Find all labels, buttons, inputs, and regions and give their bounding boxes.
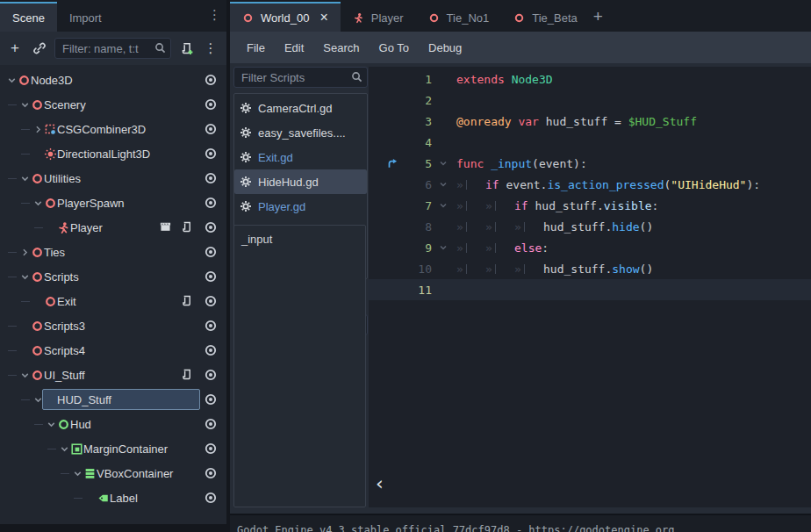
tree-row-ui_stuff[interactable]: UI_Stuff <box>0 363 226 387</box>
script-icon[interactable] <box>180 368 193 381</box>
tab-indicator: » <box>456 241 485 255</box>
tree-guide <box>21 129 30 130</box>
eye-icon[interactable] <box>204 147 218 161</box>
scene-instance-icon[interactable] <box>159 220 172 234</box>
script-item-player-gd[interactable]: Player.gd <box>234 194 367 219</box>
tab-indicator: » <box>456 178 485 191</box>
menu-file[interactable]: File <box>237 32 275 63</box>
chevron-right-icon[interactable] <box>32 124 44 135</box>
output-panel: Godot Engine v4.3.stable.official.77dcf9… <box>230 514 811 532</box>
fold-chevron-icon[interactable] <box>432 200 456 211</box>
script-tab-label: Player <box>371 11 404 25</box>
eye-icon[interactable] <box>204 270 218 284</box>
tree-guide <box>74 498 83 499</box>
script-item-hidehud-gd[interactable]: HideHud.gd <box>234 169 367 194</box>
eye-icon[interactable] <box>204 196 218 210</box>
script-tab-player[interactable]: Player <box>341 2 416 32</box>
tree-row-hud_stuff[interactable]: HUD_Stuff <box>0 387 226 412</box>
script-tab-tie_beta[interactable]: Tie_Beta <box>501 2 590 32</box>
tree-guide <box>21 203 30 204</box>
script-tab-world_00[interactable]: World_00× <box>230 2 341 32</box>
eye-icon[interactable] <box>204 392 218 406</box>
tree-row-ties[interactable]: Ties <box>0 240 226 264</box>
filter-scripts-input[interactable] <box>233 67 368 88</box>
tree-row-player[interactable]: Player <box>0 215 226 240</box>
chevron-down-icon[interactable] <box>5 75 18 86</box>
chevron-down-icon[interactable] <box>18 173 31 184</box>
eye-icon[interactable] <box>204 343 218 357</box>
eye-icon[interactable] <box>204 466 218 480</box>
add-node-button[interactable]: + <box>5 39 25 58</box>
code-editor[interactable]: 1extends Node3D23@onready var hud_stuff … <box>369 67 811 507</box>
fold-chevron-icon[interactable] <box>432 158 456 169</box>
tree-row-scripts3[interactable]: Scripts3 <box>0 313 226 338</box>
code-line-10: 10»»»hud_stuff.show() <box>369 258 811 279</box>
tree-row-directionallight3d[interactable]: DirectionalLight3D <box>0 141 226 166</box>
tree-row-csgcombiner3d[interactable]: CSGCombiner3D <box>0 117 226 141</box>
script-item-cameractrl-gd[interactable]: CameraCtrl.gd <box>234 96 367 120</box>
script-icon[interactable] <box>180 220 193 234</box>
code-token: var <box>518 115 538 128</box>
tree-row-exit[interactable]: Exit <box>0 289 226 313</box>
character-icon <box>353 12 364 24</box>
vbox-container-icon <box>83 467 97 480</box>
chevron-down-icon[interactable] <box>32 198 44 209</box>
tree-row-hud[interactable]: Hud <box>0 412 226 436</box>
eye-icon[interactable] <box>204 122 218 136</box>
eye-icon[interactable] <box>204 368 218 382</box>
eye-icon[interactable] <box>204 245 218 259</box>
tree-row-playerspawn[interactable]: PlayerSpawn <box>0 191 226 215</box>
chevron-down-icon[interactable] <box>71 468 83 479</box>
methods-list: _input <box>233 225 366 507</box>
menu-edit[interactable]: Edit <box>275 32 313 63</box>
menu-search[interactable]: Search <box>313 32 369 63</box>
eye-icon[interactable] <box>204 294 218 308</box>
tree-row-margincontainer[interactable]: MarginContainer <box>0 436 226 461</box>
tree-row-utilities[interactable]: Utilities <box>0 166 226 191</box>
chevron-down-icon[interactable] <box>45 419 57 430</box>
tree-row-label[interactable]: Label <box>0 485 226 510</box>
collapse-scripts-panel-button[interactable]: ‹ <box>370 472 389 495</box>
chevron-down-icon[interactable] <box>18 370 31 381</box>
code-token: show <box>612 262 639 276</box>
eye-icon[interactable] <box>204 417 218 431</box>
chevron-down-icon[interactable] <box>18 271 31 283</box>
menu-go-to[interactable]: Go To <box>370 32 419 63</box>
attach-script-button[interactable] <box>176 39 196 58</box>
eye-icon[interactable] <box>204 491 218 505</box>
script-item-easy-savefiles-[interactable]: easy_savefiles.... <box>234 120 367 145</box>
instance-scene-button[interactable] <box>30 39 49 58</box>
tree-row-vboxcontainer[interactable]: VBoxContainer <box>0 461 226 485</box>
tree-row-scripts[interactable]: Scripts <box>0 264 226 289</box>
chevron-down-icon[interactable] <box>18 99 31 111</box>
eye-icon[interactable] <box>204 319 218 333</box>
eye-icon[interactable] <box>204 442 218 456</box>
method-item-_input[interactable]: _input <box>241 233 358 246</box>
tree-row-scripts4[interactable]: Scripts4 <box>0 338 226 363</box>
dock-options-button[interactable]: ⋮ <box>208 7 221 23</box>
tree-guide <box>8 178 17 179</box>
close-tab-button[interactable]: × <box>319 11 327 25</box>
eye-icon[interactable] <box>204 171 218 185</box>
eye-icon[interactable] <box>204 97 218 111</box>
menu-debug[interactable]: Debug <box>419 32 471 63</box>
line-number: 9 <box>398 241 432 255</box>
script-item-exit-gd[interactable]: Exit.gd <box>234 145 367 169</box>
code-gutter: 7 <box>369 195 456 216</box>
dock-tab-scene[interactable]: Scene <box>0 2 57 32</box>
new-script-tab-button[interactable]: + <box>590 7 612 32</box>
scene-menu-button[interactable]: ⋮ <box>201 39 220 58</box>
tree-row-scenery[interactable]: Scenery <box>0 92 226 117</box>
script-icon[interactable] <box>180 294 193 307</box>
dock-tab-import[interactable]: Import <box>57 2 114 32</box>
code-token <box>484 157 491 170</box>
tree-node-label: Hud <box>70 418 91 431</box>
fold-chevron-icon[interactable] <box>432 242 456 253</box>
script-tab-tie_no1[interactable]: Tie_No1 <box>416 2 502 32</box>
eye-icon[interactable] <box>204 220 218 234</box>
tree-row-node3d[interactable]: Node3D <box>0 68 226 92</box>
fold-chevron-icon[interactable] <box>432 179 456 190</box>
eye-icon[interactable] <box>204 73 218 87</box>
chevron-down-icon[interactable] <box>58 443 70 455</box>
chevron-right-icon[interactable] <box>18 247 31 258</box>
